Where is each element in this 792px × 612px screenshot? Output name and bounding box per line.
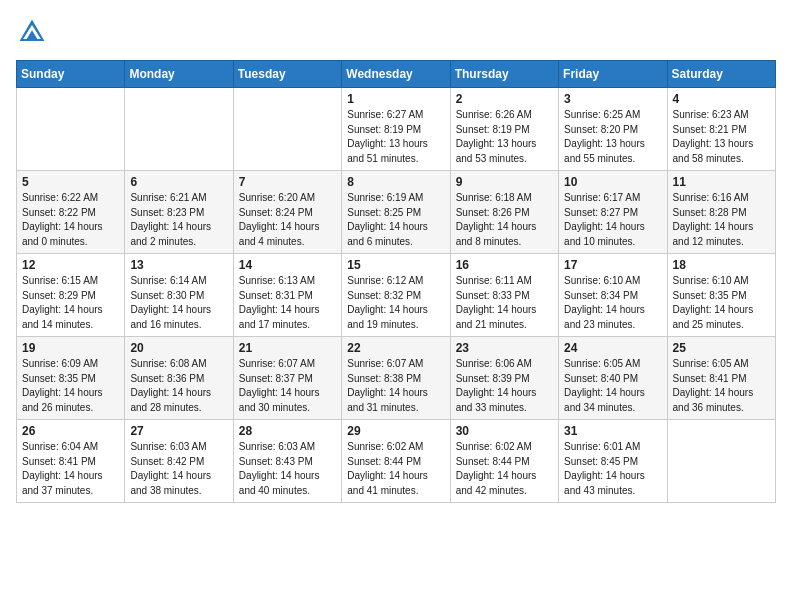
day-number: 25 (673, 341, 770, 355)
page-header (16, 16, 776, 48)
calendar-cell: 15Sunrise: 6:12 AM Sunset: 8:32 PM Dayli… (342, 254, 450, 337)
calendar-cell: 5Sunrise: 6:22 AM Sunset: 8:22 PM Daylig… (17, 171, 125, 254)
calendar-header-monday: Monday (125, 61, 233, 88)
calendar-header-row: SundayMondayTuesdayWednesdayThursdayFrid… (17, 61, 776, 88)
day-info: Sunrise: 6:14 AM Sunset: 8:30 PM Dayligh… (130, 274, 227, 332)
day-number: 17 (564, 258, 661, 272)
day-number: 29 (347, 424, 444, 438)
day-number: 18 (673, 258, 770, 272)
calendar-cell: 2Sunrise: 6:26 AM Sunset: 8:19 PM Daylig… (450, 88, 558, 171)
day-number: 22 (347, 341, 444, 355)
calendar-cell (233, 88, 341, 171)
calendar-cell: 6Sunrise: 6:21 AM Sunset: 8:23 PM Daylig… (125, 171, 233, 254)
calendar-cell: 24Sunrise: 6:05 AM Sunset: 8:40 PM Dayli… (559, 337, 667, 420)
calendar-cell (17, 88, 125, 171)
day-number: 15 (347, 258, 444, 272)
day-info: Sunrise: 6:19 AM Sunset: 8:25 PM Dayligh… (347, 191, 444, 249)
day-info: Sunrise: 6:10 AM Sunset: 8:34 PM Dayligh… (564, 274, 661, 332)
day-number: 26 (22, 424, 119, 438)
day-info: Sunrise: 6:13 AM Sunset: 8:31 PM Dayligh… (239, 274, 336, 332)
calendar-cell: 13Sunrise: 6:14 AM Sunset: 8:30 PM Dayli… (125, 254, 233, 337)
calendar-cell: 20Sunrise: 6:08 AM Sunset: 8:36 PM Dayli… (125, 337, 233, 420)
day-info: Sunrise: 6:07 AM Sunset: 8:37 PM Dayligh… (239, 357, 336, 415)
day-info: Sunrise: 6:12 AM Sunset: 8:32 PM Dayligh… (347, 274, 444, 332)
calendar-cell: 12Sunrise: 6:15 AM Sunset: 8:29 PM Dayli… (17, 254, 125, 337)
day-info: Sunrise: 6:17 AM Sunset: 8:27 PM Dayligh… (564, 191, 661, 249)
day-number: 20 (130, 341, 227, 355)
day-number: 13 (130, 258, 227, 272)
calendar-cell: 28Sunrise: 6:03 AM Sunset: 8:43 PM Dayli… (233, 420, 341, 503)
calendar-cell: 10Sunrise: 6:17 AM Sunset: 8:27 PM Dayli… (559, 171, 667, 254)
day-info: Sunrise: 6:22 AM Sunset: 8:22 PM Dayligh… (22, 191, 119, 249)
day-info: Sunrise: 6:09 AM Sunset: 8:35 PM Dayligh… (22, 357, 119, 415)
calendar-cell: 14Sunrise: 6:13 AM Sunset: 8:31 PM Dayli… (233, 254, 341, 337)
calendar-cell: 9Sunrise: 6:18 AM Sunset: 8:26 PM Daylig… (450, 171, 558, 254)
day-number: 10 (564, 175, 661, 189)
calendar-cell: 16Sunrise: 6:11 AM Sunset: 8:33 PM Dayli… (450, 254, 558, 337)
day-number: 16 (456, 258, 553, 272)
calendar-cell (125, 88, 233, 171)
day-number: 8 (347, 175, 444, 189)
day-info: Sunrise: 6:03 AM Sunset: 8:42 PM Dayligh… (130, 440, 227, 498)
day-number: 28 (239, 424, 336, 438)
day-number: 21 (239, 341, 336, 355)
day-info: Sunrise: 6:21 AM Sunset: 8:23 PM Dayligh… (130, 191, 227, 249)
calendar-header-sunday: Sunday (17, 61, 125, 88)
day-info: Sunrise: 6:16 AM Sunset: 8:28 PM Dayligh… (673, 191, 770, 249)
calendar-header-tuesday: Tuesday (233, 61, 341, 88)
day-number: 2 (456, 92, 553, 106)
day-info: Sunrise: 6:08 AM Sunset: 8:36 PM Dayligh… (130, 357, 227, 415)
day-number: 4 (673, 92, 770, 106)
day-info: Sunrise: 6:02 AM Sunset: 8:44 PM Dayligh… (456, 440, 553, 498)
day-info: Sunrise: 6:20 AM Sunset: 8:24 PM Dayligh… (239, 191, 336, 249)
day-info: Sunrise: 6:26 AM Sunset: 8:19 PM Dayligh… (456, 108, 553, 166)
calendar-header-friday: Friday (559, 61, 667, 88)
day-number: 7 (239, 175, 336, 189)
day-number: 12 (22, 258, 119, 272)
day-info: Sunrise: 6:18 AM Sunset: 8:26 PM Dayligh… (456, 191, 553, 249)
day-number: 24 (564, 341, 661, 355)
calendar-week-1: 1Sunrise: 6:27 AM Sunset: 8:19 PM Daylig… (17, 88, 776, 171)
calendar-cell: 7Sunrise: 6:20 AM Sunset: 8:24 PM Daylig… (233, 171, 341, 254)
day-info: Sunrise: 6:04 AM Sunset: 8:41 PM Dayligh… (22, 440, 119, 498)
day-info: Sunrise: 6:01 AM Sunset: 8:45 PM Dayligh… (564, 440, 661, 498)
calendar-table: SundayMondayTuesdayWednesdayThursdayFrid… (16, 60, 776, 503)
day-info: Sunrise: 6:11 AM Sunset: 8:33 PM Dayligh… (456, 274, 553, 332)
calendar-cell: 17Sunrise: 6:10 AM Sunset: 8:34 PM Dayli… (559, 254, 667, 337)
logo (16, 16, 52, 48)
calendar-week-2: 5Sunrise: 6:22 AM Sunset: 8:22 PM Daylig… (17, 171, 776, 254)
calendar-cell: 3Sunrise: 6:25 AM Sunset: 8:20 PM Daylig… (559, 88, 667, 171)
day-info: Sunrise: 6:23 AM Sunset: 8:21 PM Dayligh… (673, 108, 770, 166)
calendar-header-wednesday: Wednesday (342, 61, 450, 88)
day-number: 3 (564, 92, 661, 106)
calendar-cell: 30Sunrise: 6:02 AM Sunset: 8:44 PM Dayli… (450, 420, 558, 503)
calendar-cell: 1Sunrise: 6:27 AM Sunset: 8:19 PM Daylig… (342, 88, 450, 171)
calendar-week-5: 26Sunrise: 6:04 AM Sunset: 8:41 PM Dayli… (17, 420, 776, 503)
calendar-cell: 26Sunrise: 6:04 AM Sunset: 8:41 PM Dayli… (17, 420, 125, 503)
calendar-cell (667, 420, 775, 503)
day-number: 9 (456, 175, 553, 189)
calendar-cell: 18Sunrise: 6:10 AM Sunset: 8:35 PM Dayli… (667, 254, 775, 337)
calendar-cell: 27Sunrise: 6:03 AM Sunset: 8:42 PM Dayli… (125, 420, 233, 503)
day-number: 5 (22, 175, 119, 189)
calendar-week-3: 12Sunrise: 6:15 AM Sunset: 8:29 PM Dayli… (17, 254, 776, 337)
calendar-cell: 31Sunrise: 6:01 AM Sunset: 8:45 PM Dayli… (559, 420, 667, 503)
day-number: 11 (673, 175, 770, 189)
day-number: 31 (564, 424, 661, 438)
day-info: Sunrise: 6:10 AM Sunset: 8:35 PM Dayligh… (673, 274, 770, 332)
day-info: Sunrise: 6:27 AM Sunset: 8:19 PM Dayligh… (347, 108, 444, 166)
day-number: 14 (239, 258, 336, 272)
calendar-cell: 19Sunrise: 6:09 AM Sunset: 8:35 PM Dayli… (17, 337, 125, 420)
calendar-cell: 25Sunrise: 6:05 AM Sunset: 8:41 PM Dayli… (667, 337, 775, 420)
day-info: Sunrise: 6:03 AM Sunset: 8:43 PM Dayligh… (239, 440, 336, 498)
calendar-header-thursday: Thursday (450, 61, 558, 88)
logo-icon (16, 16, 48, 48)
day-number: 1 (347, 92, 444, 106)
day-info: Sunrise: 6:15 AM Sunset: 8:29 PM Dayligh… (22, 274, 119, 332)
day-info: Sunrise: 6:07 AM Sunset: 8:38 PM Dayligh… (347, 357, 444, 415)
day-info: Sunrise: 6:05 AM Sunset: 8:40 PM Dayligh… (564, 357, 661, 415)
calendar-cell: 8Sunrise: 6:19 AM Sunset: 8:25 PM Daylig… (342, 171, 450, 254)
calendar-cell: 22Sunrise: 6:07 AM Sunset: 8:38 PM Dayli… (342, 337, 450, 420)
day-info: Sunrise: 6:02 AM Sunset: 8:44 PM Dayligh… (347, 440, 444, 498)
calendar-cell: 11Sunrise: 6:16 AM Sunset: 8:28 PM Dayli… (667, 171, 775, 254)
